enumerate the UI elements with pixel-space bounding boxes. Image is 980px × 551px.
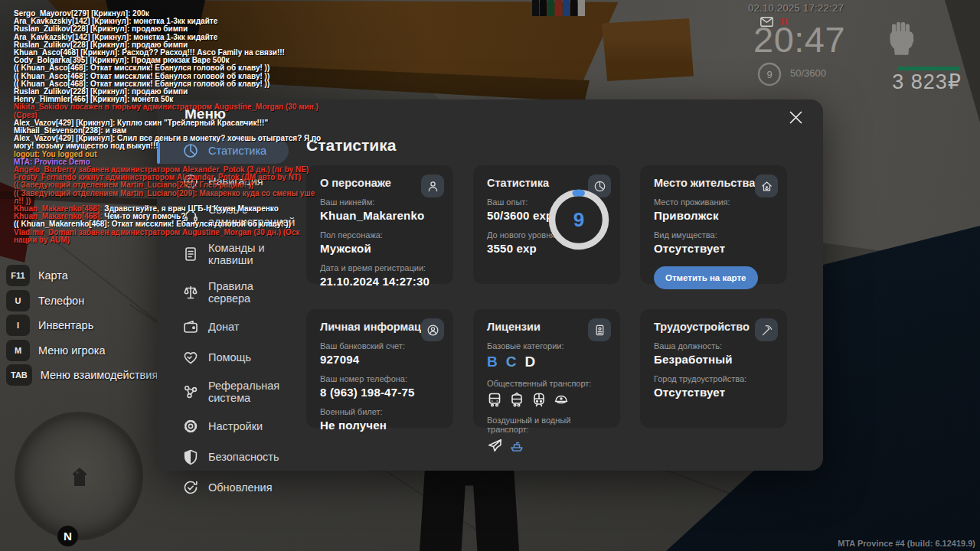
field-value: Безработный bbox=[654, 353, 773, 366]
sidebar-item-label: Настройки bbox=[208, 420, 289, 432]
home-icon bbox=[760, 180, 773, 193]
cap-icon bbox=[554, 392, 569, 407]
field-label: Вид имущества: bbox=[654, 230, 773, 240]
field-value: 8 (963) 198-47-75 bbox=[320, 386, 439, 399]
game-screen: Sergo_Mayorov[279] [Крикнул]: 200кAra_Ka… bbox=[0, 0, 980, 551]
bus-icon bbox=[487, 392, 502, 407]
field-value: Не получен bbox=[320, 419, 439, 432]
menu-content: Статистика О персонажеВаш никнейм:Khuan_… bbox=[289, 99, 823, 471]
chat-line: (( Заведующий отделением Martin_Luciano[… bbox=[14, 190, 360, 197]
id-card-icon bbox=[593, 324, 606, 337]
field-value: Отсутствует bbox=[654, 242, 773, 255]
rules-icon bbox=[182, 284, 199, 301]
stat-card-fields: Личная информацияВаш банковский счет:927… bbox=[306, 309, 453, 428]
sidebar-item-updates[interactable]: Обновления bbox=[157, 474, 289, 500]
sidebar-item-label: Реферальная система bbox=[208, 380, 289, 404]
person-circle-badge bbox=[421, 318, 444, 341]
stat-card-residence: Место жительстваМесто проживания:Приволж… bbox=[640, 165, 787, 284]
field-value: 21.10.2024 14:27:30 bbox=[320, 275, 439, 288]
keybind-row: TABМеню взаимодействия bbox=[6, 364, 158, 386]
fist-icon bbox=[885, 19, 917, 62]
field-label: Дата и время регистрации: bbox=[320, 263, 439, 272]
key-badge: F11 bbox=[6, 265, 30, 286]
keybind-label: Меню взаимодействия bbox=[41, 369, 158, 381]
sidebar-item-settings[interactable]: Настройки bbox=[157, 413, 289, 439]
key-badge: M bbox=[6, 340, 30, 361]
security-icon bbox=[182, 448, 199, 465]
chat-line: нации by AUM) bbox=[14, 236, 360, 244]
field-label: Воздушный и водный транспорт: bbox=[487, 416, 606, 434]
plane-icon bbox=[487, 438, 502, 453]
air-water-licenses bbox=[487, 438, 606, 453]
field-label: Базовые категории: bbox=[487, 341, 606, 350]
stat-card-fields: ТрудоустройствоВаша должность:Безработны… bbox=[640, 309, 787, 428]
hud-clock: 20:47 bbox=[753, 18, 845, 60]
field-value: Отсутствует bbox=[654, 386, 773, 399]
keybind-row: F11Карта bbox=[6, 265, 158, 286]
keybind-label: Меню игрока bbox=[38, 344, 105, 357]
sidebar-item-referral[interactable]: Реферальная система bbox=[157, 375, 289, 409]
key-badge: U bbox=[6, 290, 30, 311]
sidebar-item-donate[interactable]: Донат bbox=[157, 314, 289, 340]
sidebar-item-label: Помощь bbox=[208, 351, 289, 364]
stat-card-stats: СтатистикаВаш опыт:50/3600 expДо нового … bbox=[473, 165, 620, 284]
train-icon bbox=[531, 392, 547, 407]
home-badge bbox=[755, 174, 778, 197]
sidebar-item-label: Команды и клавиши bbox=[208, 242, 289, 266]
keybind-label: Телефон bbox=[38, 295, 84, 307]
keybind-row: IИнвентарь bbox=[6, 315, 158, 336]
ring-level-number: 9 bbox=[547, 187, 611, 252]
sidebar-item-label: Безопасность bbox=[208, 451, 289, 463]
person-circle-icon bbox=[426, 324, 439, 337]
field-label: Ваша должность: bbox=[654, 341, 773, 350]
pickaxe-icon bbox=[760, 324, 773, 337]
person-icon bbox=[426, 180, 439, 193]
compass-north-badge: N bbox=[57, 526, 78, 546]
field-label: Ваш номер телефона: bbox=[320, 374, 439, 383]
license-categories: BCD bbox=[487, 354, 606, 370]
field-value: Приволжск bbox=[654, 209, 773, 222]
mark-on-map-button[interactable]: Отметить на карте bbox=[654, 266, 758, 289]
level-ring: 9 bbox=[756, 61, 782, 87]
donate-icon bbox=[182, 318, 199, 335]
keybind-label: Инвентарь bbox=[38, 319, 93, 331]
sidebar-item-security[interactable]: Безопасность bbox=[157, 444, 289, 470]
keybind-hints: F11КартаUТелефонIИнвентарьMМеню игрокаTA… bbox=[6, 265, 158, 390]
hud-exp: 50/3600 bbox=[790, 67, 826, 79]
house-marker-icon bbox=[71, 467, 88, 490]
tram-icon bbox=[509, 392, 524, 407]
keybind-row: MМеню игрока bbox=[6, 340, 158, 361]
referral-icon bbox=[182, 383, 199, 400]
field-label: Военный билет: bbox=[320, 407, 439, 416]
field-label: Место проживания: bbox=[654, 197, 773, 207]
help-icon bbox=[182, 349, 199, 366]
minimap: N bbox=[16, 413, 142, 539]
sidebar-item-label: Обновления bbox=[208, 481, 289, 494]
sidebar-item-label: Правила сервера bbox=[208, 280, 289, 305]
person-badge bbox=[421, 174, 444, 197]
license-category-C: C bbox=[506, 354, 517, 370]
settings-icon bbox=[182, 418, 199, 435]
section-heading: Статистика bbox=[306, 136, 823, 155]
field-value: 927094 bbox=[320, 353, 439, 366]
sidebar-item-help[interactable]: Помощь bbox=[157, 344, 289, 370]
sidebar-item-rules[interactable]: Правила сервера bbox=[157, 276, 289, 309]
sidebar-item-label: Донат bbox=[208, 321, 289, 333]
ship-icon bbox=[509, 438, 524, 453]
keybind-label: Карта bbox=[38, 269, 68, 282]
level-number: 9 bbox=[756, 61, 782, 87]
commands-icon bbox=[182, 246, 199, 262]
version-text: MTA Province #4 (build: 6.12419.9) bbox=[838, 539, 975, 548]
stats-cards-grid: О персонажеВаш никнейм:Khuan_MakarenkoПо… bbox=[306, 165, 823, 428]
keybind-row: UТелефон bbox=[6, 290, 158, 311]
stat-card-licenses: ЛицензииБазовые категории:BCDОбщественны… bbox=[473, 309, 620, 428]
chat-log: Sergo_Mayorov[279] [Крикнул]: 200кAra_Ka… bbox=[14, 10, 360, 244]
money-amount: 3 823₽ bbox=[892, 70, 962, 94]
license-category-B: B bbox=[487, 354, 498, 370]
field-label: Город трудоустройства: bbox=[654, 374, 773, 383]
id-card-badge bbox=[588, 318, 611, 341]
updates-icon bbox=[182, 479, 199, 496]
level-progress-ring: 9 bbox=[547, 187, 611, 252]
key-badge: TAB bbox=[6, 364, 32, 386]
pickaxe-badge bbox=[755, 318, 778, 341]
